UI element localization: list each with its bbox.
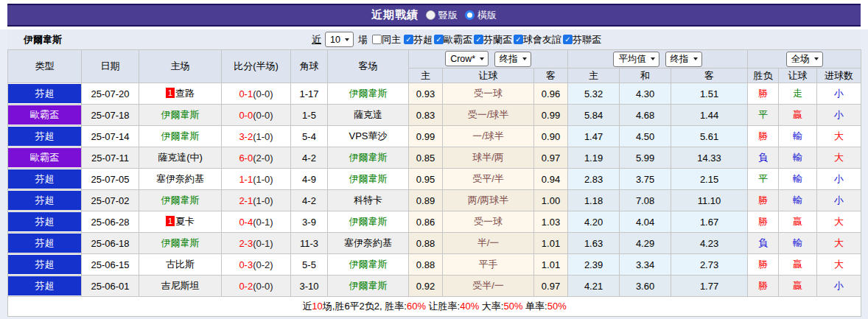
away-team-cell: 伊爾韋斯 <box>328 169 409 190</box>
handicap-result-cell: 輸 <box>779 233 817 254</box>
goals-cell-value: 大 <box>834 216 844 227</box>
col-goals: 进球数 <box>817 69 861 83</box>
radio-selected-icon[interactable] <box>465 10 475 20</box>
half-time-score: (0-0) <box>253 281 273 292</box>
asian-away-odds: 0.94 <box>534 169 568 190</box>
asian-home-odds: 0.89 <box>409 190 443 211</box>
scope-select[interactable]: 全场 <box>786 52 823 67</box>
euro-draw-odds: 4.68 <box>620 105 671 126</box>
score-cell: 2-3(0-1) <box>222 233 291 254</box>
corner-cell: 3-9 <box>291 211 328 233</box>
euro-draw-odds: 3.75 <box>620 169 671 190</box>
goals-cell: 小 <box>817 276 861 297</box>
col-asian-handicap: 让球 <box>443 69 534 83</box>
euro-home-odds: 2.39 <box>568 254 620 276</box>
league-badge: 芬超 <box>8 212 81 231</box>
radio-unselected-icon[interactable] <box>426 10 435 20</box>
asian-away-odds: 0.97 <box>534 147 568 169</box>
match-count-select[interactable]: 10 <box>325 32 354 47</box>
euro-type-value: 终指 <box>671 53 689 66</box>
checkbox-unchecked-icon[interactable] <box>372 35 382 44</box>
result-group: 全场 <box>748 50 861 69</box>
goals-cell-value: 大 <box>834 130 844 141</box>
asian-company-select[interactable]: Crow* <box>445 51 489 66</box>
asian-handicap: 平手 <box>443 254 534 276</box>
home-team-cell: 伊爾韋斯 <box>139 190 222 211</box>
home-team-cell: 1夏卡 <box>139 211 222 233</box>
result-cell: 勝 <box>748 190 779 211</box>
match-date: 25-07-11 <box>82 147 139 169</box>
league-badge-cell: 芬超 <box>8 276 82 297</box>
league-filter-checkbox[interactable]: 球會友誼 <box>514 33 561 46</box>
same-home-checkbox[interactable]: 同主 <box>372 33 401 46</box>
asian-type-select[interactable]: 终指 <box>494 52 531 67</box>
chevron-down-icon <box>522 57 527 60</box>
away-team-cell: 伊爾韋斯 <box>328 254 409 276</box>
half-time-score: (0-1) <box>253 238 273 249</box>
score-cell: 1-1(1-0) <box>222 169 291 190</box>
league-filter-label: 芬超 <box>413 33 433 46</box>
filter-bar: 伊爾韋斯 近 10 場 同主 芬超歐霸盃芬蘭盃球會友誼芬聯盃 <box>7 29 861 49</box>
league-badge: 芬超 <box>8 255 81 274</box>
league-badge: 芬超 <box>8 191 81 210</box>
league-badge-cell: 芬超 <box>8 169 82 190</box>
team-label: 伊爾韋斯 <box>161 130 200 141</box>
euro-away-odds: 5.61 <box>671 126 748 147</box>
page: 近期戰績 豎版 橫版 伊爾韋斯 近 10 場 <box>0 0 868 317</box>
league-filter-label: 歐霸盃 <box>444 33 472 46</box>
goals-cell-value: 小 <box>834 280 844 291</box>
asian-away-odds: 0.97 <box>534 276 568 297</box>
result-cell-value: 勝 <box>758 216 768 227</box>
goals-cell: 大 <box>817 147 861 169</box>
handicap-result-cell: 輸 <box>779 169 817 190</box>
league-badge: 歐霸盃 <box>8 148 81 167</box>
team-label: VPS華沙 <box>349 130 387 141</box>
half-time-score: (1-0) <box>253 131 273 142</box>
layout-radio-horizontal[interactable]: 橫版 <box>465 9 497 22</box>
layout-radio-vertical[interactable]: 豎版 <box>426 9 458 22</box>
header-group-row: 类型 日期 主场 比分(半场) 角球 客场 Crow* 终指 平均值 终指 <box>8 50 861 69</box>
team-label: 薩克達(中) <box>158 152 203 163</box>
asian-company-value: Crow* <box>450 54 475 64</box>
corner-cell: 4-2 <box>291 190 328 211</box>
goals-cell: 小 <box>817 190 861 211</box>
euro-away-odds: 1.51 <box>671 83 748 105</box>
col-score: 比分(半场) <box>222 50 291 83</box>
summary-stat-value: 60% <box>407 301 426 312</box>
team-label: 伊爾韋斯 <box>349 152 388 163</box>
goals-cell-value: 大 <box>834 259 844 270</box>
checkbox-checked-icon[interactable] <box>514 35 523 44</box>
result-cell-value: 負 <box>758 237 768 248</box>
goals-cell-value: 小 <box>834 194 844 206</box>
checkbox-checked-icon[interactable] <box>434 35 444 44</box>
league-badge: 芬超 <box>8 234 81 253</box>
euro-away-odds: 1.44 <box>671 105 748 126</box>
match-row: 芬超25-07-201查路0-1(0-0)1-17伊爾韋斯0.93受一球0.96… <box>8 83 861 105</box>
away-team-cell: 伊爾韋斯 <box>328 147 409 169</box>
asian-away-odds: 0.99 <box>534 105 568 126</box>
col-handicap-result: 让球 <box>779 69 817 83</box>
league-filter-checkbox[interactable]: 芬超 <box>404 33 433 46</box>
euro-home-odds: 5.84 <box>568 105 620 126</box>
euro-type-select[interactable]: 终指 <box>665 52 702 67</box>
corner-cell: 5-5 <box>291 254 328 276</box>
away-team-cell: 科特卡 <box>328 190 409 211</box>
checkbox-checked-icon[interactable] <box>404 35 413 44</box>
league-filter-checkbox[interactable]: 歐霸盃 <box>434 33 472 46</box>
corner-cell: 3-10 <box>291 276 328 297</box>
asian-away-odds: 1.00 <box>534 190 568 211</box>
league-filter-checkbox[interactable]: 芬聯盃 <box>563 33 601 46</box>
summary-stat-value: 50% <box>547 301 567 312</box>
near-link[interactable]: 近 <box>312 33 321 46</box>
euro-company-select[interactable]: 平均值 <box>613 52 659 67</box>
league-badge-cell: 歐霸盃 <box>8 147 82 169</box>
match-date: 25-07-14 <box>82 126 139 147</box>
col-asian-home: 主 <box>409 69 443 83</box>
checkbox-checked-icon[interactable] <box>474 35 483 44</box>
league-filter-checkbox[interactable]: 芬蘭盃 <box>474 33 512 46</box>
col-result: 胜负 <box>748 69 779 83</box>
match-row: 歐霸盃25-07-11薩克達(中)6-0(2-0)4-2伊爾韋斯0.85球半/两… <box>8 147 861 169</box>
asian-handicap: 受一球 <box>443 211 534 233</box>
checkbox-checked-icon[interactable] <box>563 35 573 44</box>
full-time-score: 3-2 <box>239 131 253 142</box>
